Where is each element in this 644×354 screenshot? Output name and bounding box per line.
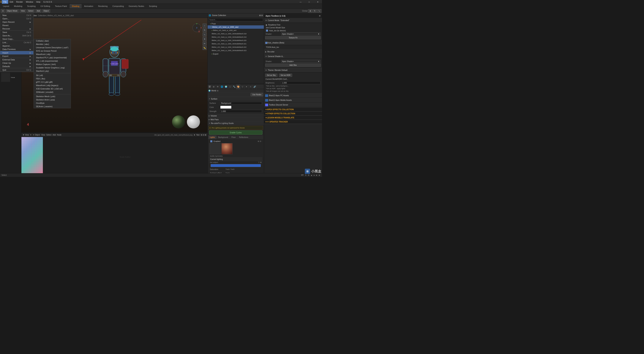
vp-tool-annotate[interactable]: ✏ xyxy=(202,41,207,46)
transform-btn[interactable]: ⊕ xyxy=(308,9,312,13)
other-effects-title[interactable]: ▼ OTHER EFFECTS COLLECTION xyxy=(264,112,322,116)
current-lighting-header[interactable]: Current lighting xyxy=(209,157,262,161)
scene-amt-item[interactable]: ▸ lifeline_v21_heist_w_1000_amt xyxy=(208,29,264,32)
readtime-first-row[interactable]: ▶ Readtime First xyxy=(265,24,321,26)
tab-texture-paint[interactable]: Texture Paint xyxy=(53,4,69,9)
scene-export-item[interactable]: ▸ Export xyxy=(208,52,264,56)
tab-modeling[interactable]: Modeling xyxy=(12,4,24,9)
import-seanim[interactable]: SEAnim (.seanim) xyxy=(34,105,70,108)
import-usd[interactable]: Universal Scene Description (.usd*) xyxy=(34,46,70,49)
auto-shadow-header[interactable]: Auto_shadow (Beta) xyxy=(264,41,322,45)
menu-append[interactable]: Append... xyxy=(0,44,33,48)
menu-recover[interactable]: Recover ▶ xyxy=(0,27,33,30)
set-model-size-row[interactable]: Set Correct Model Size xyxy=(265,26,321,29)
menu-import[interactable]: Import ▶ xyxy=(0,51,33,55)
texture-fit-btn[interactable]: Texture Fit xyxy=(265,36,321,39)
win-maximize[interactable]: □ xyxy=(305,0,314,4)
bottom-select-btn[interactable]: Select xyxy=(46,134,52,136)
menu-help[interactable]: Help xyxy=(35,0,42,4)
import-skeleton-anim[interactable]: Skeleton Anim (.psa) xyxy=(34,98,70,101)
apex-effects-title[interactable]: ▼ APEX EFFECTS COLLECTION xyxy=(264,107,322,112)
import-wavefront[interactable]: Wavefront (.obj) xyxy=(34,53,70,56)
props-tab-world[interactable]: 🌍 xyxy=(224,84,228,89)
bottom-view-btn[interactable]: View xyxy=(41,134,45,136)
scene-mesh019-item[interactable]: lifeline_v21_heist_w_1000_SKModelMesh.01… xyxy=(208,36,264,39)
updates-tracker-title[interactable]: ▼ ▼ UPDATES TRACKER xyxy=(264,120,322,124)
select-btn[interactable]: Select xyxy=(27,9,35,13)
gizmo-circle[interactable]: X Y Z xyxy=(192,24,201,32)
menu-save[interactable]: Save Ctrl S xyxy=(0,31,33,34)
scene-mesh022-item[interactable]: lifeline_v21_heist_w_1000_SKModelMesh.02… xyxy=(208,46,264,49)
floor-tab[interactable]: Floor xyxy=(230,135,238,139)
vp-tool-transform[interactable]: ✦ xyxy=(202,37,207,41)
scene-search-input[interactable] xyxy=(208,18,263,22)
import-3dmodel[interactable]: 3DModel (.smodel) xyxy=(34,90,70,94)
props-tab-output[interactable]: ⊞ xyxy=(212,84,216,89)
menu-sinos[interactable]: S.I.N.O.S xyxy=(42,0,54,4)
volume-section-header[interactable]: ▶ Volume xyxy=(208,114,264,118)
set-as-sky-btn[interactable]: Set as Sky xyxy=(265,74,278,77)
object-mode-btn[interactable]: Object Mode xyxy=(6,9,19,13)
tab-scripting[interactable]: Scripting xyxy=(147,4,159,9)
surface-section-header[interactable]: ▼ Surface xyxy=(208,97,264,101)
props-tab-constraints[interactable]: 🔗 xyxy=(253,84,257,89)
toolbar-blender-menu[interactable]: ⊙ xyxy=(1,9,5,13)
win-minimize[interactable]: — xyxy=(296,0,305,4)
auto-shadow-checkbox[interactable] xyxy=(265,42,268,44)
import-ovrebyte[interactable]: OvreByte xyxy=(34,101,70,105)
tab-sculpting[interactable]: Sculpting xyxy=(25,4,38,9)
menu-open[interactable]: Open... Ctrl O xyxy=(0,17,33,20)
props-tab-render[interactable]: 🎬 xyxy=(208,84,212,89)
vp-tool-scale[interactable]: ⤡ xyxy=(202,33,207,37)
thumb-item-3[interactable]: Visual xyxy=(1,73,20,82)
brightness-value[interactable]: 1.000 xyxy=(281,81,320,84)
menu-save-copy[interactable]: Save Copy... xyxy=(0,37,33,41)
toolbox-discord-header[interactable]: Toolbox Discord Server xyxy=(264,103,322,107)
import-x3d[interactable]: X3D Extensible 3D (.x3d/.wrl) xyxy=(34,87,70,90)
props-tab-material[interactable]: 🎨 xyxy=(236,84,240,89)
props-tab-view[interactable]: 👁 xyxy=(216,84,220,89)
scene-mesh018-item[interactable]: lifeline_v21_heist_w_1000_SKModelMesh.01… xyxy=(208,32,264,36)
props-tab-modifier[interactable]: 🔧 xyxy=(232,84,236,89)
scene-mesh020-item[interactable]: lifeline_v21_heist_w_1000_SKModelMesh.02… xyxy=(208,39,264,42)
menu-export[interactable]: Export ▶ xyxy=(0,55,33,58)
import-skeleton-mesh[interactable]: Skeleton Mesh (.psk) xyxy=(34,95,70,98)
legion-models-title[interactable]: ▼ LEGION MODELS TRANSLATE xyxy=(264,116,322,120)
menu-file[interactable]: File xyxy=(2,0,8,4)
props-tab-particles[interactable]: ✦ xyxy=(244,84,248,89)
props-tab-physics[interactable]: ⚛ xyxy=(248,84,253,89)
props-tab-scene[interactable]: 🌐 xyxy=(220,84,224,89)
viewport-gizmo[interactable]: X Y Z xyxy=(192,24,202,33)
menu-render[interactable]: Render xyxy=(15,0,24,4)
menu-new[interactable]: New Ctrl N xyxy=(0,14,33,17)
strength-value[interactable]: 1.000 xyxy=(220,110,262,113)
bottom-view-nav[interactable]: Nav xyxy=(196,134,200,136)
gen-shader-dropdown[interactable]: Apex Shader+ ▼ xyxy=(281,60,320,63)
menu-link[interactable]: Link... Ctrl Alt O xyxy=(0,41,33,44)
node-editor-area[interactable]: Node Editor xyxy=(43,137,208,177)
import-stanford-ply[interactable]: Stanford PLY (.ply) (experimental) xyxy=(34,56,70,59)
import-wavefront-legacy[interactable]: Wavefront (.obj) (legacy) xyxy=(34,84,70,87)
background-tab[interactable]: Background xyxy=(217,135,230,139)
scale-btn[interactable]: ⤡ xyxy=(317,9,321,13)
scene-mesh021-item[interactable]: lifeline_v21_heist_w_1000_SKModelMesh.02… xyxy=(208,42,264,46)
color-swatch[interactable] xyxy=(220,106,232,109)
theme-header[interactable]: ▼ Theme: Blender Default xyxy=(264,68,322,73)
import-alembic[interactable]: Alembic (.abc) xyxy=(34,43,70,46)
import-gltf[interactable]: glTF 2.0 (.glb/.gltf) xyxy=(34,80,70,84)
menu-revert[interactable]: Revert xyxy=(0,24,33,27)
win-close[interactable]: ✕ xyxy=(314,0,322,4)
scene-lifeline-item[interactable]: ▼ lifeline_v21_heist_w_1000_skel xyxy=(208,25,264,29)
tab-compositing[interactable]: Compositing xyxy=(110,4,126,9)
tab-layout[interactable]: Layout xyxy=(1,4,11,9)
auto-tex-row[interactable]: Auto_tex (to device) xyxy=(265,29,321,32)
props-tab-object[interactable]: ⬡ xyxy=(228,84,232,89)
menu-data-previews[interactable]: Data Previews ▶ xyxy=(0,48,33,51)
menu-clean-up[interactable]: Clean Up ▶ xyxy=(0,61,33,65)
mist-pass-header[interactable]: ▶ Mist Pass xyxy=(208,118,264,121)
tab-rendering[interactable]: Rendering xyxy=(96,4,110,9)
reflections-tab[interactable]: Reflections xyxy=(238,135,250,139)
import-stl[interactable]: Stl (.stl) xyxy=(34,74,70,77)
menu-save-as[interactable]: Save As... Shift Ctrl S xyxy=(0,34,33,37)
blast12-pc-header[interactable]: Blast12 Apex PC Assets xyxy=(264,93,322,98)
